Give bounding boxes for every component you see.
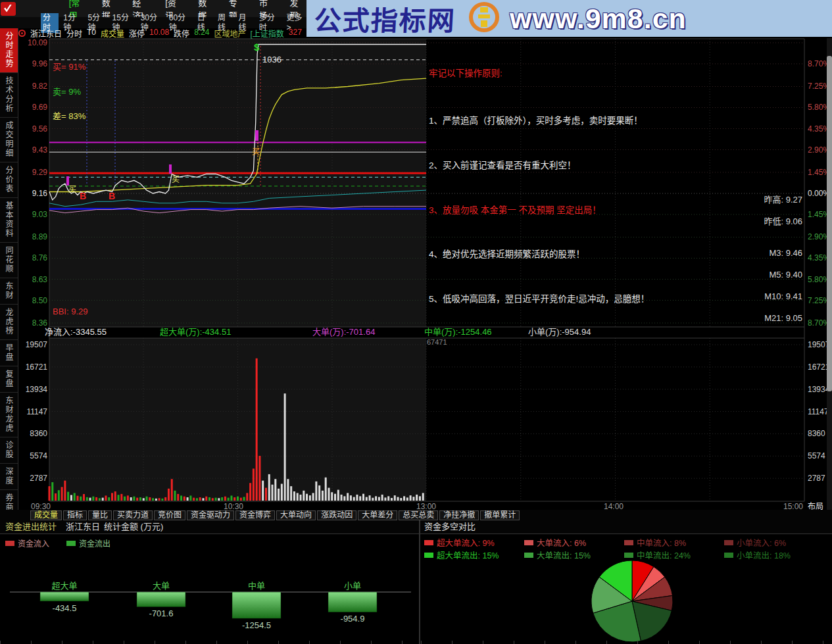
bottom-tab-8[interactable]: 涨跌动因 <box>317 510 356 520</box>
bottom-tab-7[interactable]: 大单动向 <box>276 510 316 520</box>
legend-swatch <box>624 540 633 545</box>
bottom-tab-5[interactable]: 资金驱动力 <box>187 510 234 520</box>
chart-text: 9.69 <box>32 103 48 112</box>
volume-bar <box>240 498 242 501</box>
chart-text: 买 <box>172 175 180 184</box>
buy-tick-marker <box>255 130 258 141</box>
volume-bar <box>187 497 189 501</box>
volume-bar <box>303 491 305 501</box>
volume-bar <box>410 495 412 501</box>
info-segment: 区域地产 <box>214 28 245 39</box>
volume-bar <box>394 495 396 501</box>
sidebar-item-5[interactable]: 同花顺 <box>0 243 18 278</box>
volume-bar <box>256 359 258 501</box>
volume-bar <box>237 497 239 501</box>
chart-text: 小单(万):-954.94 <box>528 327 591 337</box>
volume-bar <box>328 488 330 501</box>
intraday-chart[interactable]: 买BB买买$103610.099.969.829.699.569.439.299… <box>18 38 832 510</box>
sidebar-item-2[interactable]: 成交明细 <box>0 118 18 162</box>
info-segment: 8.24 <box>194 28 209 39</box>
chart-text: 9.82 <box>32 82 48 91</box>
promo-banner: 公式指标网 www.9m8.cn <box>306 0 832 37</box>
volume-bar <box>61 487 63 501</box>
chart-text: 差= 83% <box>53 111 86 121</box>
bottom-tab-3[interactable]: 买卖力道 <box>113 510 153 520</box>
gauge-bar <box>328 592 377 612</box>
volume-bar <box>356 495 358 501</box>
bottom-tab-0[interactable]: 成交量 <box>30 510 62 520</box>
bottom-tab-2[interactable]: 量比 <box>88 510 112 520</box>
chart-text: 14:00 <box>604 502 624 510</box>
bottom-tab-10[interactable]: 总买总卖 <box>399 510 438 520</box>
sidebar-item-3[interactable]: 分价表 <box>0 162 18 198</box>
site-logo-icon <box>468 1 501 36</box>
chart-text: $ <box>254 41 260 53</box>
chart-text: 牢记以下操作原则: <box>429 68 502 78</box>
legend-swatch <box>524 540 533 545</box>
volume-bar <box>331 492 333 501</box>
volume-bar <box>350 495 352 501</box>
volume-bar <box>86 497 88 501</box>
info-segment: 涨停 <box>129 28 145 39</box>
volume-bar <box>416 495 418 501</box>
app-logo-icon[interactable] <box>1 2 16 16</box>
bottom-tab-9[interactable]: 大单差分 <box>358 510 397 520</box>
chart-text: 买 <box>68 185 76 194</box>
volume-bar <box>281 483 283 501</box>
volume-bar <box>337 490 339 501</box>
gauge-value: -701.6 <box>149 608 174 618</box>
chart-text: 8.50 <box>32 296 48 305</box>
volume-bar <box>127 495 129 501</box>
volume-bar <box>76 496 78 501</box>
volume-bar <box>133 497 135 501</box>
panel-divider[interactable] <box>419 520 420 644</box>
volume-bar <box>384 497 386 501</box>
sidebar-item-6[interactable]: 东财 <box>0 278 18 305</box>
volume-bar <box>224 497 226 501</box>
period-toolbar: 分时1分钟5分钟15分钟30分钟60分钟日线周线月线多分时更多> <box>0 17 306 28</box>
flow-panel-unit-label: 统计金额 (万元) <box>104 520 163 533</box>
volume-bar <box>208 497 210 501</box>
bottom-tab-12[interactable]: 撤单累计 <box>480 510 520 520</box>
volume-bar <box>233 497 235 501</box>
chart-text: 10:30 <box>224 502 243 510</box>
bottom-tab-11[interactable]: 净挂净撤 <box>439 510 479 520</box>
sidebar-item-9[interactable]: 复盘 <box>0 366 18 393</box>
volume-bar <box>381 495 383 501</box>
sidebar-item-12[interactable]: 深度 <box>0 464 18 490</box>
volume-bar <box>253 468 255 501</box>
volume-bar <box>146 497 148 501</box>
chart-text: 9.16 <box>32 189 48 198</box>
sidebar-item-0[interactable]: 分时走势 <box>0 28 18 73</box>
volume-bar <box>230 495 232 501</box>
bottom-tab-6[interactable]: 资金博弈 <box>235 510 275 520</box>
chart-text: 8360 <box>808 429 825 438</box>
volume-bar <box>228 498 230 501</box>
volume-bar <box>58 490 60 501</box>
info-segment: 成交量 <box>101 28 124 39</box>
sidebar-item-11[interactable]: 诊股 <box>0 437 18 464</box>
scrollbar-thumb[interactable] <box>827 56 832 391</box>
volume-bar <box>136 498 138 501</box>
sidebar-item-7[interactable]: 龙虎榜 <box>0 305 18 340</box>
flow-panel-title[interactable]: 资金进出统计 <box>5 520 57 533</box>
volume-bar <box>64 481 66 501</box>
volume-bar <box>168 489 170 501</box>
chart-text: 09:30 <box>31 502 51 510</box>
sidebar-item-8[interactable]: 早盘 <box>0 340 18 366</box>
volume-bar <box>51 482 53 501</box>
volume-bar <box>120 494 122 501</box>
legend-swatch <box>424 540 433 545</box>
sidebar-item-4[interactable]: 基本资料 <box>0 198 18 243</box>
legend-item: 小单流入: 6% <box>724 536 824 549</box>
chart-text: 买 <box>252 147 260 157</box>
volume-bar <box>111 493 113 501</box>
gauge-bar <box>40 592 89 601</box>
right-scrollbar[interactable] <box>827 38 832 510</box>
axis-ticks <box>421 641 832 644</box>
sidebar-item-10[interactable]: 东财龙虎 <box>0 393 18 437</box>
bottom-tab-4[interactable]: 竞价图 <box>154 510 185 520</box>
volume-bar <box>83 494 85 501</box>
sidebar-item-1[interactable]: 技术分析 <box>0 73 18 118</box>
bottom-tab-1[interactable]: 指标 <box>63 510 87 520</box>
